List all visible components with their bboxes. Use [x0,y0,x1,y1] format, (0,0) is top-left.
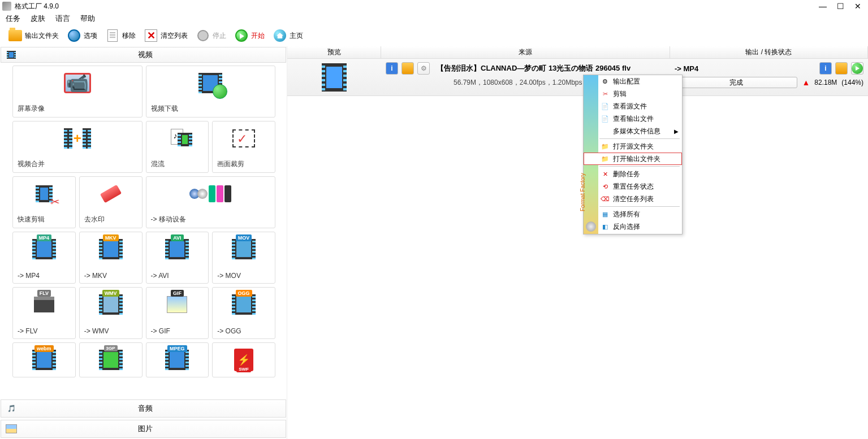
ctx-view-output[interactable]: 📄 查看输出文件 [584,112,682,125]
col-source[interactable]: 来源 [381,46,670,58]
tile-webm[interactable]: webm [12,342,76,377]
output-percent: (144%) [841,79,863,86]
tile-mpeg[interactable]: MPEG [146,342,209,377]
tiles-scroll[interactable]: 📹 屏幕录像 视频下载 + 视频合并 [0,63,287,398]
category-picture-header[interactable]: 图片 [1,420,286,438]
maximize-button[interactable]: ☐ [837,2,844,11]
avi-icon: AVI [163,236,191,263]
category-video-header[interactable]: 视频 [1,47,286,63]
play-icon [234,28,249,43]
menu-language[interactable]: 语言 [55,14,70,24]
ctx-cut[interactable]: ✂ 剪辑 [584,88,682,100]
task-row[interactable]: i ⚙ 【告别泪水】CLANNAD—梦の町 13光玉の物语 296045 flv… [287,59,868,96]
col-output[interactable]: 输出 / 转换状态 [670,46,868,58]
tile-video-merge[interactable]: + 视频合并 [12,121,142,173]
ctx-label: 重置任务状态 [613,182,654,192]
ctx-label: 打开输出文件夹 [613,154,660,164]
doc-icon: 📄 [601,114,610,123]
menu-help[interactable]: 帮助 [80,14,95,24]
ctx-media-info[interactable]: 多媒体文件信息 ▶ [584,125,682,137]
ctx-reset-status[interactable]: ⟲ 重置任务状态 [584,180,682,193]
category-audio-label: 音频 [21,403,269,414]
reset-icon: ⟲ [601,182,610,191]
right-panel: 预览 来源 输出 / 转换状态 i ⚙ 【告别泪水】CLANNAD—梦の町 13… [287,46,868,439]
tile-swf[interactable]: ⚡SWF [212,342,275,377]
home-button[interactable]: 主页 [270,27,305,44]
ctx-output-config[interactable]: ⚙ 输出配置 [584,75,682,88]
tile-mp4[interactable]: MP4 -> MP4 [12,232,76,284]
clear-list-button[interactable]: ✕ 清空列表 [141,27,190,44]
tile-label: -> MP4 [18,272,40,280]
output-info-button[interactable]: i [819,62,832,75]
tile-flv[interactable]: FLV -> FLV [12,287,76,339]
category-audio-header[interactable]: 🎵 音频 [1,399,286,418]
ctx-select-all[interactable]: ▦ 选择所有 [584,208,682,220]
output-folder-button[interactable] [835,62,848,75]
tile-crop[interactable]: ✓ 画面裁剪 [212,121,275,173]
ctx-view-source[interactable]: 📄 查看源文件 [584,100,682,112]
tile-video-download[interactable]: 视频下载 [146,66,276,118]
options-label: 选项 [84,31,97,41]
folder-icon: 📁 [601,154,610,163]
tile-3gp[interactable]: 3GP [79,342,142,377]
tile-label: 快速剪辑 [18,215,45,224]
tile-mobile[interactable]: -> 移动设备 [146,176,276,228]
progress-bar: 完成 [675,77,797,88]
globe-icon [67,28,81,43]
folder-icon: 📁 [601,142,610,151]
play-output-button[interactable] [851,62,863,75]
output-cell: -> MP4 i 完成 ▲ 82.18M (144%) [670,59,868,95]
tile-quick-cut[interactable]: ✂ 快速剪辑 [12,176,76,228]
eraser-icon [97,180,124,207]
tile-avi[interactable]: AVI -> AVI [146,232,209,284]
table-header: 预览 来源 输出 / 转换状态 [287,46,868,59]
stop-button[interactable]: 停止 [193,27,228,44]
ctx-label: 删除任务 [613,169,640,179]
col-preview[interactable]: 预览 [287,46,381,58]
close-button[interactable]: ✕ [854,2,861,11]
tile-mux[interactable]: ♪ 混流 [146,121,209,173]
audio-icon: 🎵 [5,402,18,415]
window-controls: — ☐ ✕ [819,2,866,11]
options-button[interactable]: 选项 [64,27,100,44]
ctx-label: 选择所有 [613,210,640,219]
settings-button[interactable]: ⚙ [417,62,430,75]
preview-cell [287,59,381,95]
swf-icon: ⚡SWF [230,346,257,373]
ctx-clear-list[interactable]: ⌫ 清空任务列表 [584,193,682,205]
tile-label: 去水印 [84,215,105,224]
ctx-open-source-folder[interactable]: 📁 打开源文件夹 [584,140,682,153]
ctx-invert-selection[interactable]: ◧ 反向选择 [584,220,682,233]
video-tiles: 📹 屏幕录像 视频下载 + 视频合并 [1,64,287,379]
output-folder-label: 输出文件夹 [25,31,59,41]
tile-label: -> GIF [151,327,170,335]
tile-screen-capture[interactable]: 📹 屏幕录像 [12,66,142,118]
tile-mov[interactable]: MOV -> MOV [212,232,275,284]
progress-label: 完成 [729,78,743,88]
home-icon [273,28,287,43]
doc-icon [105,28,120,43]
output-folder-button[interactable]: 输出文件夹 [6,27,61,44]
ctx-delete-task[interactable]: ✕ 删除任务 [584,168,682,180]
toolbar: 输出文件夹 选项 移除 ✕ 清空列表 停止 开始 主页 [0,25,868,46]
tile-gif[interactable]: GIF -> GIF [146,287,209,339]
tile-remove-watermark[interactable]: 去水印 [79,176,142,228]
stop-icon [196,28,210,43]
ctx-open-output-folder[interactable]: 📁 打开输出文件夹 [584,153,682,165]
info-button[interactable]: i [386,62,398,75]
menu-task[interactable]: 任务 [6,14,20,24]
remove-button[interactable]: 移除 [103,27,138,44]
start-button[interactable]: 开始 [232,27,267,44]
minimize-button[interactable]: — [819,2,827,11]
tile-ogg[interactable]: OGG -> OGG [212,287,275,339]
tile-wmv[interactable]: WMV -> WMV [79,287,142,339]
tile-mkv[interactable]: MKV -> MKV [79,232,142,284]
ctx-label: 反向选择 [613,222,640,232]
wmv-icon: WMV [97,291,124,318]
submenu-arrow-icon: ▶ [674,128,679,134]
open-folder-button[interactable] [401,62,414,75]
app-icon [2,2,11,11]
menu-skin[interactable]: 皮肤 [31,14,45,24]
separator [599,166,680,167]
spacer [598,233,682,234]
